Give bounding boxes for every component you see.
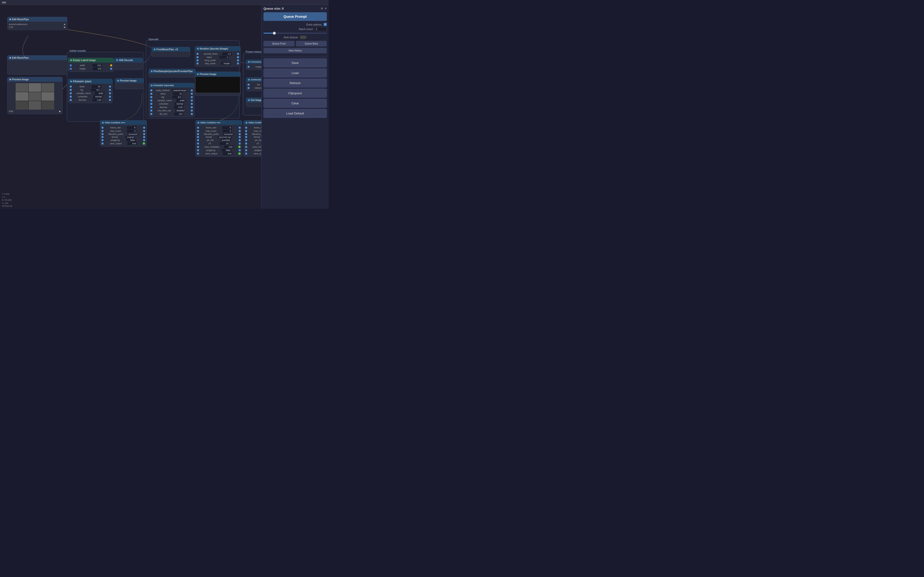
- title-bar: Idle: [0, 0, 329, 5]
- node-preview-image-1: Preview Image 0.50 ▶: [7, 77, 63, 114]
- node-preview-image-2: Preview Image: [115, 78, 144, 89]
- node-video-combine-3: Video Combine ●●● frame_rate 32 loop_cou…: [244, 120, 261, 157]
- node-edit-basicpipe-2: Edit BasicPipe: [7, 55, 67, 75]
- node-iterative-upscale: Iterative Upscale (Image) upscale_factor…: [195, 46, 241, 67]
- batch-count-label: Batch count: [299, 27, 313, 31]
- node-edit-basicpipe-1: Edit BasicPipe pruned.safetensors ▶ 0.50…: [7, 17, 67, 30]
- clipspace-button[interactable]: Clipspace: [263, 89, 327, 98]
- close-icon[interactable]: ✕: [325, 7, 327, 10]
- queue-size-label: Queue size: 0: [263, 7, 284, 10]
- queue-prompt-button[interactable]: Queue Prompt: [263, 12, 327, 21]
- queue-header: Queue size: 0 ⚙ ✕: [263, 7, 327, 10]
- extra-options-checkbox[interactable]: ✓: [324, 23, 327, 26]
- extra-options-label: Extra options: [306, 23, 322, 26]
- load-button[interactable]: Load: [263, 69, 327, 77]
- node-video-combine-1: Video Combine ●●● frame_rate 8 loop_coun…: [100, 120, 147, 147]
- canvas-area: Edit BasicPipe pruned.safetensors ▶ 0.50…: [0, 5, 261, 209]
- view-history-button[interactable]: View History: [263, 48, 327, 53]
- title-bar-text: Idle: [2, 1, 6, 4]
- sidebar: Queue size: 0 ⚙ ✕ Queue Prompt Extra opt…: [261, 5, 329, 209]
- node-ksampler-upscale: KSampler (upscale) scale_method nearest-…: [149, 83, 194, 117]
- node-from-basicpipe: FromBasicPipe_v2: [152, 47, 190, 57]
- batch-slider-row: [263, 33, 327, 34]
- queue-buttons-row: Queue Front Queue Back: [263, 41, 327, 47]
- batch-count-input[interactable]: [315, 27, 327, 31]
- queue-icon-group: ⚙ ✕: [321, 7, 327, 10]
- node-preview-image-3: Preview Image: [195, 72, 241, 96]
- node-empty-latent-image: Empty Latent Image width 512 height 576: [68, 58, 114, 72]
- node-vae-decode: VAE Decode: [114, 58, 143, 70]
- queue-front-button[interactable]: Queue Front: [263, 41, 294, 47]
- group-frame-interpolator-label: Frame Interpolator: [246, 50, 261, 53]
- auto-queue-label: Auto Queue: [284, 36, 298, 39]
- node-set-metadata-save-video: SetMetadataForSaveVideo [0-●●●●●] fps 30…: [246, 77, 261, 91]
- clear-button[interactable]: Clear: [263, 99, 327, 108]
- node-ksampler-pipe: KSampler (pipe) steps 20 cfg 8.0 sampler…: [68, 79, 113, 103]
- save-button[interactable]: Save: [263, 58, 327, 67]
- batch-slider-track[interactable]: [263, 33, 327, 34]
- node-video-combine-2: Video Combine ●●● frame_rate 8 loop_coun…: [195, 120, 242, 157]
- settings-icon[interactable]: ⚙: [321, 7, 323, 10]
- status-bar: T: 0.00s I: 0 N: 35 [23] V: 133 FPS:62.5…: [0, 192, 194, 209]
- auto-queue-toggle[interactable]: [300, 35, 307, 39]
- queue-back-button[interactable]: Queue Back: [296, 41, 327, 47]
- group-upscale-label: Upscale: [149, 38, 158, 40]
- batch-count-row: Batch count: [263, 27, 327, 31]
- batch-slider-thumb: [273, 32, 276, 35]
- batch-slider-fill: [263, 33, 273, 34]
- node-frame-interpolator: FrameInterpolator [0-●●●●●] multiplier 3: [246, 60, 261, 70]
- refresh-button[interactable]: Refresh: [263, 79, 327, 87]
- auto-queue-row: Auto Queue: [263, 35, 327, 39]
- node-pixel-sample-upscaler: PixelSampleUpscalerProviderPipe: [149, 69, 195, 77]
- load-default-button[interactable]: Load Default: [263, 109, 327, 118]
- extra-options-row: Extra options ✓: [263, 23, 327, 26]
- group-initial-results-label: initial results: [69, 49, 86, 52]
- node-get-image-count: Get Image Count ●●●: [246, 98, 261, 107]
